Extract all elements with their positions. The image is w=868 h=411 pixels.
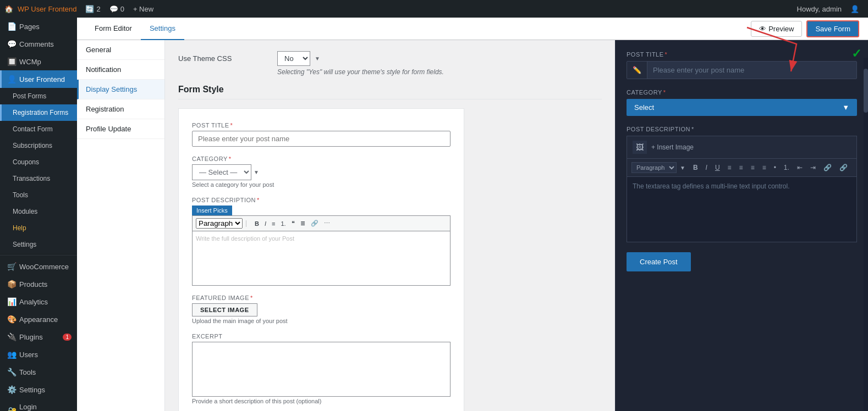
fp-editor-placeholder: Write the full description of your Post: [196, 235, 294, 242]
sidebar-item-modules[interactable]: Modules: [0, 203, 77, 220]
use-theme-css-label: Use Theme CSS: [178, 51, 277, 63]
settings-nav-notification[interactable]: Notification: [77, 60, 164, 80]
sidebar-item-contact-form[interactable]: Contact Form: [0, 121, 77, 137]
dp-ol-icon[interactable]: 1.: [782, 163, 792, 173]
sidebar-item-comments[interactable]: 💬 Comments: [0, 35, 77, 53]
italic-icon[interactable]: I: [263, 220, 268, 227]
sidebar-item-help[interactable]: Help: [0, 220, 77, 236]
fp-featured-image-field: FEATURED IMAGE * SELECT IMAGE Upload the…: [192, 295, 451, 324]
quote-icon[interactable]: ❝: [290, 219, 296, 227]
preview-button[interactable]: 👁 Preview: [751, 21, 802, 37]
products-icon: 📦: [7, 280, 16, 288]
sidebar-item-users[interactable]: 👥 Users: [0, 346, 77, 363]
chevron-down-icon: ▼: [315, 55, 320, 62]
plugins-badge: 1: [63, 334, 72, 341]
settings-nav-registration[interactable]: Registration: [77, 99, 164, 119]
more-icon[interactable]: ⋯: [322, 219, 332, 227]
dp-align-center-icon[interactable]: ≡: [737, 163, 745, 173]
dp-link-icon[interactable]: 🔗: [821, 163, 834, 173]
settings-icon: ⚙️: [7, 385, 16, 394]
dp-outdent-icon[interactable]: ⇤: [795, 163, 805, 173]
sidebar-item-appearance[interactable]: 🎨 Appearance: [0, 310, 77, 328]
dp-category-select-button[interactable]: Select ▼: [627, 99, 857, 116]
updates-count[interactable]: 🔄 2: [81, 5, 105, 13]
fp-description-field: POST DESCRIPTION * Insert Picks Paragrap…: [192, 197, 451, 286]
sidebar-item-wcmp[interactable]: 🔲 WCMp: [0, 53, 77, 70]
fp-category-label: CATEGORY *: [192, 155, 451, 162]
dp-underline-icon[interactable]: U: [713, 163, 722, 173]
dp-create-post-button[interactable]: Create Post: [627, 252, 691, 271]
sidebar-item-coupons[interactable]: Coupons: [0, 154, 77, 170]
sidebar-item-login-customizer[interactable]: 🔐 Login Customizer: [0, 398, 77, 411]
save-form-button[interactable]: Save Form: [806, 20, 859, 37]
sidebar-item-plugins[interactable]: 🔌 Plugins 1: [0, 328, 77, 346]
fp-insert-picks-button[interactable]: Insert Picks: [192, 206, 232, 215]
fp-editor-area[interactable]: Write the full description of your Post: [192, 231, 451, 286]
dp-edit-icon: ✏️: [627, 62, 647, 79]
settings-nav-general[interactable]: General: [77, 40, 164, 60]
sidebar-item-settings-sub[interactable]: Settings: [0, 236, 77, 253]
fp-post-title-input[interactable]: [192, 131, 451, 147]
scrollbar-thumb[interactable]: [864, 69, 868, 113]
sidebar-item-subscriptions[interactable]: Subscriptions: [0, 137, 77, 154]
ol-icon[interactable]: 1.: [279, 220, 287, 227]
required-star-4: *: [250, 295, 253, 301]
tab-settings[interactable]: Settings: [141, 18, 184, 40]
settings-nav-profile-update[interactable]: Profile Update: [77, 119, 164, 139]
sidebar-item-user-frontend[interactable]: 👤 User Frontend: [0, 70, 77, 88]
sidebar-item-tools[interactable]: 🔧 Tools: [0, 363, 77, 381]
fp-select-image-button[interactable]: SELECT IMAGE: [192, 303, 257, 316]
site-icon: 🏠: [4, 5, 13, 13]
main-content: Form Editor Settings 👁 Preview Save Form…: [77, 18, 868, 411]
sidebar-item-tools-sub[interactable]: Tools: [0, 187, 77, 203]
dp-editor-area[interactable]: The textarea tag defines a multi-line te…: [627, 176, 857, 242]
bold-icon[interactable]: B: [253, 220, 261, 227]
sidebar-item-post-forms[interactable]: Post Forms: [0, 88, 77, 104]
dp-list-icon[interactable]: •: [772, 163, 778, 173]
sidebar-item-settings[interactable]: ⚙️ Settings: [0, 381, 77, 398]
dp-italic-icon[interactable]: I: [704, 163, 710, 173]
sidebar-item-analytics[interactable]: 📊 Analytics: [0, 293, 77, 310]
comments-count[interactable]: 💬 0: [105, 5, 129, 13]
dp-unlink-icon[interactable]: 🔗: [837, 163, 850, 173]
dp-chevron-icon: ▼: [678, 164, 688, 172]
sidebar-item-pages[interactable]: 📄 Pages: [0, 18, 77, 35]
sidebar-item-products[interactable]: 📦 Products: [0, 275, 77, 293]
align-icon[interactable]: ≣: [299, 219, 307, 227]
new-button[interactable]: + New: [129, 5, 158, 13]
dp-category-label: CATEGORY *: [627, 89, 857, 96]
settings-nav-display[interactable]: Display Settings: [77, 80, 164, 99]
dp-post-title-field: POST TITLE * ✏️: [627, 51, 857, 79]
use-theme-css-row: Use Theme CSS No Yes ▼ Selecting "Yes" w…: [178, 51, 602, 76]
analytics-icon: 📊: [7, 297, 16, 306]
fp-category-select-native[interactable]: — Select —: [192, 164, 251, 180]
link-icon[interactable]: 🔗: [309, 219, 320, 227]
list-icon[interactable]: ≡: [270, 220, 277, 227]
sidebar-item-registration-forms[interactable]: Registration Forms: [0, 104, 77, 121]
tab-form-editor[interactable]: Form Editor: [86, 18, 141, 40]
dp-align-left-icon[interactable]: ≡: [726, 163, 734, 173]
dp-justify-icon[interactable]: ≡: [760, 163, 768, 173]
dp-align-right-icon[interactable]: ≡: [749, 163, 757, 173]
chevron-down-icon-3: ▼: [842, 103, 849, 112]
fp-category-select[interactable]: — Select — ▼: [192, 164, 451, 180]
dp-paragraph-select[interactable]: Paragraph: [631, 162, 677, 173]
settings-nav: General Notification Display Settings Re…: [77, 40, 165, 411]
fp-featured-image-label: FEATURED IMAGE *: [192, 295, 451, 301]
dp-indent-icon[interactable]: ⇥: [808, 163, 818, 173]
tabs-left: Form Editor Settings: [86, 18, 184, 40]
sidebar-item-transactions[interactable]: Transactions: [0, 170, 77, 187]
user-avatar: 👤: [846, 5, 864, 13]
fp-excerpt-hint: Provide a short description of this post…: [192, 398, 451, 404]
dp-insert-image-button[interactable]: 🖼 + Insert Image: [627, 136, 857, 158]
dp-post-title-input[interactable]: [647, 62, 856, 79]
fp-paragraph-select[interactable]: Paragraph: [196, 218, 243, 229]
site-name[interactable]: WP User Frontend: [13, 5, 81, 13]
user-frontend-submenu: Post Forms Registration Forms Contact Fo…: [0, 88, 77, 253]
dp-bold-icon[interactable]: B: [691, 163, 700, 173]
dp-required-star-3: *: [691, 126, 694, 132]
use-theme-css-select[interactable]: No Yes: [277, 51, 310, 66]
comments-icon: 💬: [7, 40, 16, 48]
sidebar-item-woocommerce[interactable]: 🛒 WooCommerce: [0, 258, 77, 275]
fp-excerpt-area[interactable]: [192, 342, 451, 397]
